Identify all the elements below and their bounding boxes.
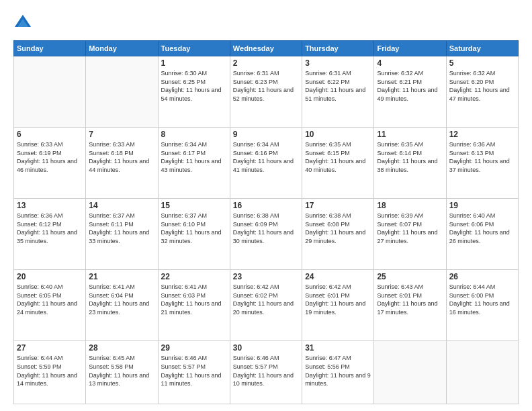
day-number: 11	[377, 130, 443, 139]
calendar-cell: 1Sunrise: 6:30 AM Sunset: 6:25 PM Daylig…	[158, 56, 230, 128]
calendar-cell: 5Sunrise: 6:32 AM Sunset: 6:20 PM Daylig…	[446, 56, 518, 128]
calendar-cell: 3Sunrise: 6:31 AM Sunset: 6:22 PM Daylig…	[302, 56, 374, 128]
calendar-cell: 6Sunrise: 6:33 AM Sunset: 6:19 PM Daylig…	[14, 128, 86, 199]
calendar-cell: 23Sunrise: 6:42 AM Sunset: 6:02 PM Dayli…	[230, 270, 302, 341]
day-info: Sunrise: 6:31 AM Sunset: 6:23 PM Dayligh…	[233, 69, 299, 103]
calendar-cell: 12Sunrise: 6:36 AM Sunset: 6:13 PM Dayli…	[446, 128, 518, 199]
calendar-cell: 26Sunrise: 6:44 AM Sunset: 6:00 PM Dayli…	[446, 270, 518, 341]
day-number: 30	[233, 343, 299, 353]
calendar-cell: 4Sunrise: 6:32 AM Sunset: 6:21 PM Daylig…	[374, 56, 446, 128]
day-number: 31	[305, 343, 371, 353]
day-number: 17	[305, 201, 371, 210]
day-info: Sunrise: 6:32 AM Sunset: 6:21 PM Dayligh…	[377, 69, 443, 103]
calendar-cell: 7Sunrise: 6:33 AM Sunset: 6:18 PM Daylig…	[86, 128, 158, 199]
calendar-cell	[374, 341, 446, 404]
day-info: Sunrise: 6:44 AM Sunset: 6:00 PM Dayligh…	[449, 283, 515, 316]
day-number: 10	[305, 130, 371, 139]
day-info: Sunrise: 6:37 AM Sunset: 6:10 PM Dayligh…	[161, 212, 227, 245]
day-number: 15	[161, 201, 227, 210]
calendar-cell: 19Sunrise: 6:40 AM Sunset: 6:06 PM Dayli…	[446, 199, 518, 270]
day-info: Sunrise: 6:47 AM Sunset: 5:56 PM Dayligh…	[305, 354, 371, 387]
calendar-week-4: 20Sunrise: 6:40 AM Sunset: 6:05 PM Dayli…	[14, 270, 519, 341]
day-info: Sunrise: 6:30 AM Sunset: 6:25 PM Dayligh…	[161, 69, 227, 103]
calendar-cell	[86, 56, 158, 128]
calendar-cell: 25Sunrise: 6:43 AM Sunset: 6:01 PM Dayli…	[374, 270, 446, 341]
calendar-week-1: 1Sunrise: 6:30 AM Sunset: 6:25 PM Daylig…	[14, 56, 519, 128]
calendar-cell: 14Sunrise: 6:37 AM Sunset: 6:11 PM Dayli…	[86, 199, 158, 270]
day-info: Sunrise: 6:33 AM Sunset: 6:18 PM Dayligh…	[89, 140, 154, 174]
calendar-cell: 22Sunrise: 6:41 AM Sunset: 6:03 PM Dayli…	[158, 270, 230, 341]
day-info: Sunrise: 6:38 AM Sunset: 6:09 PM Dayligh…	[233, 212, 299, 245]
day-info: Sunrise: 6:46 AM Sunset: 5:57 PM Dayligh…	[233, 354, 299, 387]
day-number: 4	[377, 58, 443, 68]
day-info: Sunrise: 6:42 AM Sunset: 6:02 PM Dayligh…	[233, 283, 299, 316]
day-number: 25	[377, 272, 443, 281]
calendar-cell	[446, 341, 518, 404]
day-number: 24	[305, 272, 371, 281]
day-number: 28	[89, 343, 154, 353]
day-info: Sunrise: 6:33 AM Sunset: 6:19 PM Dayligh…	[17, 140, 83, 174]
day-info: Sunrise: 6:35 AM Sunset: 6:15 PM Dayligh…	[305, 140, 371, 174]
calendar-cell: 9Sunrise: 6:34 AM Sunset: 6:16 PM Daylig…	[230, 128, 302, 199]
calendar-cell: 27Sunrise: 6:44 AM Sunset: 5:59 PM Dayli…	[14, 341, 86, 404]
calendar-week-2: 6Sunrise: 6:33 AM Sunset: 6:19 PM Daylig…	[14, 128, 519, 199]
day-number: 16	[233, 201, 299, 210]
calendar-cell: 28Sunrise: 6:45 AM Sunset: 5:58 PM Dayli…	[86, 341, 158, 404]
calendar-cell: 13Sunrise: 6:36 AM Sunset: 6:12 PM Dayli…	[14, 199, 86, 270]
day-info: Sunrise: 6:40 AM Sunset: 6:06 PM Dayligh…	[449, 212, 515, 245]
day-info: Sunrise: 6:46 AM Sunset: 5:57 PM Dayligh…	[161, 354, 227, 387]
day-info: Sunrise: 6:40 AM Sunset: 6:05 PM Dayligh…	[17, 283, 83, 316]
day-info: Sunrise: 6:36 AM Sunset: 6:12 PM Dayligh…	[17, 212, 83, 245]
weekday-header-wednesday: Wednesday	[230, 41, 302, 56]
day-info: Sunrise: 6:42 AM Sunset: 6:01 PM Dayligh…	[305, 283, 371, 316]
day-info: Sunrise: 6:38 AM Sunset: 6:08 PM Dayligh…	[305, 212, 371, 245]
weekday-header-row: SundayMondayTuesdayWednesdayThursdayFrid…	[14, 41, 519, 56]
calendar-cell: 24Sunrise: 6:42 AM Sunset: 6:01 PM Dayli…	[302, 270, 374, 341]
calendar-cell: 29Sunrise: 6:46 AM Sunset: 5:57 PM Dayli…	[158, 341, 230, 404]
calendar-cell: 17Sunrise: 6:38 AM Sunset: 6:08 PM Dayli…	[302, 199, 374, 270]
calendar-cell: 21Sunrise: 6:41 AM Sunset: 6:04 PM Dayli…	[86, 270, 158, 341]
calendar-cell: 15Sunrise: 6:37 AM Sunset: 6:10 PM Dayli…	[158, 199, 230, 270]
day-info: Sunrise: 6:35 AM Sunset: 6:14 PM Dayligh…	[377, 140, 443, 174]
day-number: 2	[233, 58, 299, 68]
weekday-header-sunday: Sunday	[14, 41, 86, 56]
day-number: 27	[17, 343, 83, 353]
day-info: Sunrise: 6:41 AM Sunset: 6:03 PM Dayligh…	[161, 283, 227, 316]
day-info: Sunrise: 6:44 AM Sunset: 5:59 PM Dayligh…	[17, 354, 83, 387]
day-number: 29	[161, 343, 227, 353]
day-number: 18	[377, 201, 443, 210]
logo-icon	[13, 13, 32, 32]
day-number: 19	[449, 201, 515, 210]
day-number: 1	[161, 58, 227, 68]
day-number: 22	[161, 272, 227, 281]
day-number: 3	[305, 58, 371, 68]
day-number: 7	[89, 130, 154, 139]
day-info: Sunrise: 6:34 AM Sunset: 6:16 PM Dayligh…	[233, 140, 299, 174]
day-number: 8	[161, 130, 227, 139]
calendar-cell: 31Sunrise: 6:47 AM Sunset: 5:56 PM Dayli…	[302, 341, 374, 404]
day-number: 5	[449, 58, 515, 68]
day-number: 6	[17, 130, 83, 139]
day-number: 9	[233, 130, 299, 139]
weekday-header-saturday: Saturday	[446, 41, 518, 56]
day-info: Sunrise: 6:43 AM Sunset: 6:01 PM Dayligh…	[377, 283, 443, 316]
calendar-cell: 30Sunrise: 6:46 AM Sunset: 5:57 PM Dayli…	[230, 341, 302, 404]
header	[13, 13, 519, 32]
day-info: Sunrise: 6:39 AM Sunset: 6:07 PM Dayligh…	[377, 212, 443, 245]
day-info: Sunrise: 6:31 AM Sunset: 6:22 PM Dayligh…	[305, 69, 371, 103]
day-info: Sunrise: 6:36 AM Sunset: 6:13 PM Dayligh…	[449, 140, 515, 174]
day-info: Sunrise: 6:32 AM Sunset: 6:20 PM Dayligh…	[449, 69, 515, 103]
day-number: 13	[17, 201, 83, 210]
calendar-cell	[14, 56, 86, 128]
day-number: 26	[449, 272, 515, 281]
calendar-cell: 2Sunrise: 6:31 AM Sunset: 6:23 PM Daylig…	[230, 56, 302, 128]
calendar-cell: 16Sunrise: 6:38 AM Sunset: 6:09 PM Dayli…	[230, 199, 302, 270]
day-info: Sunrise: 6:41 AM Sunset: 6:04 PM Dayligh…	[89, 283, 154, 316]
day-info: Sunrise: 6:34 AM Sunset: 6:17 PM Dayligh…	[161, 140, 227, 174]
day-number: 23	[233, 272, 299, 281]
weekday-header-thursday: Thursday	[302, 41, 374, 56]
day-info: Sunrise: 6:45 AM Sunset: 5:58 PM Dayligh…	[89, 354, 154, 387]
weekday-header-monday: Monday	[86, 41, 158, 56]
day-info: Sunrise: 6:37 AM Sunset: 6:11 PM Dayligh…	[89, 212, 154, 245]
calendar-cell: 11Sunrise: 6:35 AM Sunset: 6:14 PM Dayli…	[374, 128, 446, 199]
